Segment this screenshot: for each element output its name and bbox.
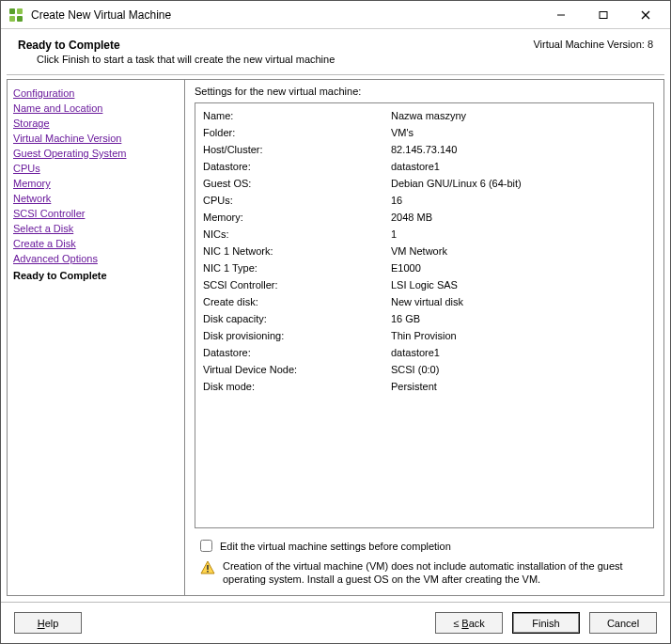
wizard-step-link[interactable]: CPUs <box>13 161 179 176</box>
wizard-step-link[interactable]: Select a Disk <box>13 221 179 236</box>
window-title: Create New Virtual Machine <box>31 8 539 22</box>
summary-value: LSI Logic SAS <box>391 276 646 293</box>
summary-row: Folder:VM's <box>203 124 646 141</box>
svg-rect-1 <box>17 8 23 14</box>
summary-key: Create disk: <box>203 293 391 310</box>
wizard-step-link[interactable]: Virtual Machine Version <box>13 131 179 146</box>
svg-rect-10 <box>207 571 209 573</box>
summary-row: Disk capacity:16 GB <box>203 310 646 327</box>
summary-value: SCSI (0:0) <box>391 361 646 378</box>
summary-value: Persistent <box>391 378 646 395</box>
back-button[interactable]: ≤ Back <box>435 612 503 634</box>
summary-key: NICs: <box>203 226 391 243</box>
wizard-steps-sidebar: ConfigurationName and LocationStorageVir… <box>7 79 185 596</box>
summary-row: CPUs:16 <box>203 192 646 209</box>
back-label-rest: ack <box>469 618 485 629</box>
summary-value: datastore1 <box>391 344 646 361</box>
summary-row: Memory:2048 MB <box>203 209 646 226</box>
svg-rect-3 <box>17 16 23 22</box>
wizard-step-link[interactable]: Create a Disk <box>13 236 179 251</box>
vm-version-label: Virtual Machine Version: 8 <box>533 39 653 50</box>
wizard-step-current: Ready to Complete <box>13 268 179 283</box>
summary-value: VM's <box>391 124 646 141</box>
summary-key: SCSI Controller: <box>203 276 391 293</box>
wizard-step-link[interactable]: Configuration <box>13 86 179 101</box>
cancel-button[interactable]: Cancel <box>589 612 657 634</box>
edit-before-completion-row: Edit the virtual machine settings before… <box>195 528 654 559</box>
page-subtitle: Click Finish to start a task that will c… <box>18 54 335 65</box>
summary-row: NIC 1 Network:VM Network <box>203 243 646 259</box>
summary-value: 82.145.73.140 <box>391 141 646 158</box>
settings-summary: Name:Nazwa maszynyFolder:VM'sHost/Cluste… <box>195 102 654 528</box>
minimize-button[interactable] <box>539 2 582 28</box>
summary-row: NICs:1 <box>203 226 646 243</box>
summary-value: Thin Provision <box>391 327 646 344</box>
summary-key: Memory: <box>203 209 391 226</box>
wizard-body: ConfigurationName and LocationStorageVir… <box>1 75 670 602</box>
summary-row: Host/Cluster:82.145.73.140 <box>203 141 646 158</box>
summary-key: Disk provisioning: <box>203 327 391 344</box>
summary-row: Create disk:New virtual disk <box>203 293 646 310</box>
help-label-rest: elp <box>45 618 59 629</box>
page-title: Ready to Complete <box>18 39 335 52</box>
summary-value: New virtual disk <box>391 293 646 310</box>
summary-key: Disk capacity: <box>203 310 391 327</box>
wizard-step-link[interactable]: Advanced Options <box>13 251 179 266</box>
summary-key: Guest OS: <box>203 175 391 192</box>
summary-key: NIC 1 Network: <box>203 243 391 259</box>
summary-value: Nazwa maszyny <box>391 107 646 124</box>
summary-value: E1000 <box>391 259 646 276</box>
wizard-header: Ready to Complete Click Finish to start … <box>1 29 670 74</box>
summary-key: Host/Cluster: <box>203 141 391 158</box>
summary-value: 2048 MB <box>391 209 646 226</box>
summary-key: Name: <box>203 107 391 124</box>
wizard-step-link[interactable]: SCSI Controller <box>13 206 179 221</box>
summary-key: Disk mode: <box>203 378 391 395</box>
help-button[interactable]: Help <box>14 612 82 634</box>
wizard-step-link[interactable]: Guest Operating System <box>13 146 179 161</box>
window-controls <box>539 2 666 28</box>
svg-rect-2 <box>9 16 15 22</box>
summary-row: Datastore:datastore1 <box>203 344 646 361</box>
warning-text: Creation of the virtual machine (VM) doe… <box>223 559 650 586</box>
svg-rect-9 <box>207 565 209 570</box>
summary-row: SCSI Controller:LSI Logic SAS <box>203 276 646 293</box>
summary-key: Virtual Device Node: <box>203 361 391 378</box>
summary-value: Debian GNU/Linux 6 (64-bit) <box>391 175 646 192</box>
edit-settings-checkbox[interactable] <box>200 540 212 552</box>
wizard-main-panel: Settings for the new virtual machine: Na… <box>185 79 664 596</box>
app-icon <box>8 8 23 23</box>
summary-row: Virtual Device Node:SCSI (0:0) <box>203 361 646 378</box>
summary-row: Name:Nazwa maszyny <box>203 107 646 124</box>
summary-value: VM Network <box>391 243 646 259</box>
maximize-button[interactable] <box>582 2 624 28</box>
edit-settings-label[interactable]: Edit the virtual machine settings before… <box>220 541 451 552</box>
summary-row: Datastore:datastore1 <box>203 158 646 175</box>
summary-row: Disk mode:Persistent <box>203 378 646 395</box>
wizard-footer: Help ≤ Back Finish Cancel <box>1 602 670 643</box>
close-button[interactable] <box>624 2 666 28</box>
warning-icon <box>200 560 215 575</box>
summary-row: NIC 1 Type:E1000 <box>203 259 646 276</box>
summary-key: NIC 1 Type: <box>203 259 391 276</box>
svg-rect-5 <box>600 11 607 18</box>
summary-value: 1 <box>391 226 646 243</box>
wizard-step-link[interactable]: Memory <box>13 176 179 191</box>
summary-key: Folder: <box>203 124 391 141</box>
wizard-step-link[interactable]: Name and Location <box>13 101 179 116</box>
finish-button[interactable]: Finish <box>512 612 580 634</box>
wizard-step-link[interactable]: Storage <box>13 116 179 131</box>
summary-value: 16 GB <box>391 310 646 327</box>
summary-key: CPUs: <box>203 192 391 209</box>
settings-heading: Settings for the new virtual machine: <box>195 86 654 97</box>
summary-key: Datastore: <box>203 158 391 175</box>
wizard-step-link[interactable]: Network <box>13 191 179 206</box>
summary-key: Datastore: <box>203 344 391 361</box>
titlebar: Create New Virtual Machine <box>1 1 670 29</box>
wizard-window: Create New Virtual Machine Ready to Comp… <box>0 0 671 644</box>
summary-value: datastore1 <box>391 158 646 175</box>
summary-row: Disk provisioning:Thin Provision <box>203 327 646 344</box>
warning-row: Creation of the virtual machine (VM) doe… <box>195 559 654 588</box>
summary-row: Guest OS:Debian GNU/Linux 6 (64-bit) <box>203 175 646 192</box>
summary-value: 16 <box>391 192 646 209</box>
